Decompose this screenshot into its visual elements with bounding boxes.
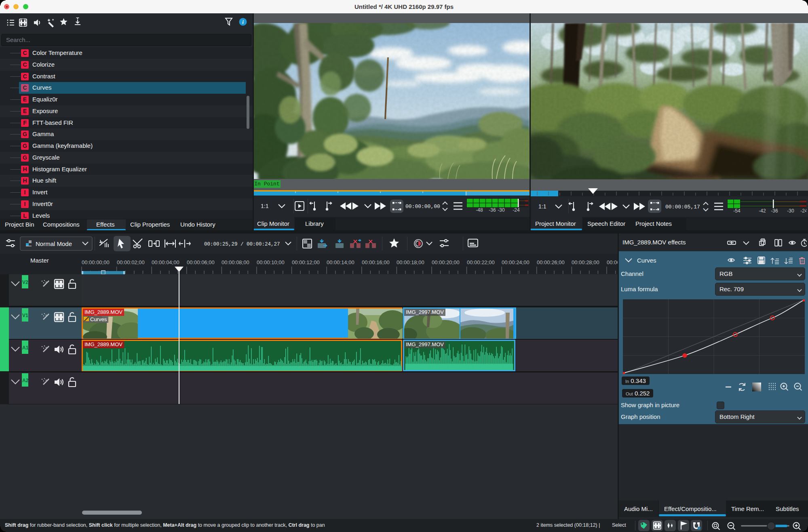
svg-text:00:00:00,00: 00:00:00,00 [405, 204, 440, 210]
svg-text:Curves: Curves [637, 257, 656, 264]
svg-text:-30: -30 [787, 208, 794, 213]
svg-text:-36: -36 [489, 207, 496, 212]
svg-text:A1: A1 [22, 345, 29, 351]
svg-text:V2: V2 [22, 280, 28, 285]
svg-text:-24: -24 [800, 208, 806, 213]
svg-text:-30: -30 [498, 207, 505, 212]
svg-text:Normal Mode: Normal Mode [36, 240, 72, 247]
svg-text:-36: -36 [771, 208, 778, 213]
svg-text:1:1: 1:1 [261, 203, 269, 209]
svg-text:i: i [242, 19, 244, 25]
svg-text:1:1: 1:1 [538, 203, 546, 210]
svg-text:V1: V1 [22, 313, 28, 318]
svg-text:-42: -42 [759, 208, 766, 213]
svg-text:00:00:25,29 / 00:00:24,27: 00:00:25,29 / 00:00:24,27 [204, 242, 280, 247]
svg-text:00:00:05,17: 00:00:05,17 [665, 204, 700, 210]
svg-text:-48: -48 [476, 207, 483, 212]
svg-text:-24: -24 [513, 207, 520, 212]
svg-text:-54: -54 [733, 208, 740, 213]
svg-text:A2: A2 [22, 378, 29, 383]
